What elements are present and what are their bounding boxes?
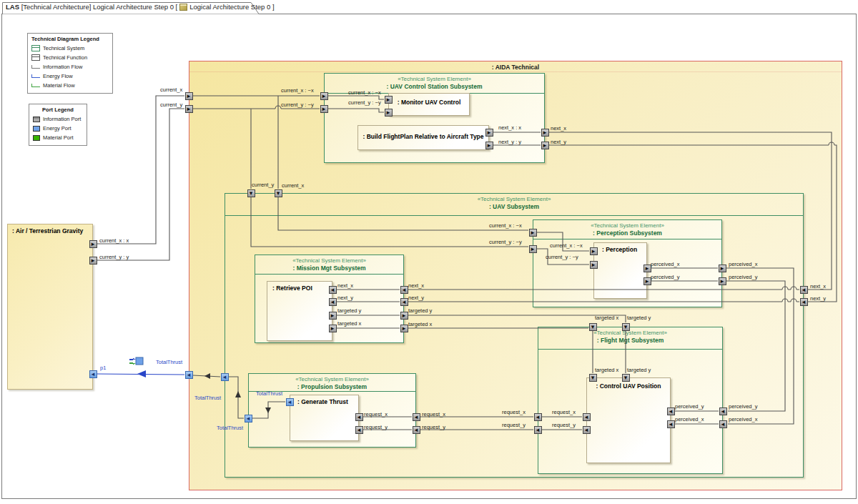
- header-separator: [189, 71, 842, 72]
- information-port-retrievepoi-targeted-y[interactable]: ▸: [329, 312, 337, 320]
- legend-title: Port Legend: [33, 107, 83, 113]
- information-port-propulsion-request-x[interactable]: ◂: [413, 413, 420, 421]
- information-port-aida-current-y[interactable]: ▸: [185, 105, 193, 113]
- information-port-perception-current-y[interactable]: ▸: [590, 261, 598, 269]
- header-separator: [225, 215, 803, 216]
- information-port-uav-current-x[interactable]: ▾: [275, 189, 282, 197]
- legend-item-label: Information Flow: [43, 64, 82, 70]
- container-perception[interactable]: : Perception: [593, 242, 647, 299]
- information-port-generatethrust-request-x[interactable]: ◂: [355, 413, 363, 421]
- information-port-mission-targeted-x[interactable]: ▸: [400, 325, 408, 332]
- legend-item-label: Technical Function: [43, 54, 87, 61]
- information-port-flight-targeted-y[interactable]: ▾: [622, 323, 630, 331]
- container-control-uav-position[interactable]: : Control UAV Position: [586, 377, 671, 463]
- legend-item-label: Material Flow: [43, 82, 75, 89]
- information-port-mission-next-y[interactable]: ◂: [400, 298, 408, 306]
- information-port-uav-next-x[interactable]: ◂: [800, 286, 808, 294]
- information-port-uav-current-y[interactable]: ▾: [247, 189, 255, 197]
- element-name: : Perception: [602, 246, 646, 253]
- information-port-flight-request-y[interactable]: ◂: [534, 426, 542, 434]
- container-generate-thrust[interactable]: : Generate Thrust: [290, 395, 359, 441]
- information-port-uav-next-y[interactable]: ◂: [800, 298, 808, 306]
- legend-item: Material Port: [33, 133, 83, 142]
- information-port-uavcs-current-x[interactable]: ▸: [320, 92, 328, 100]
- information-port-buildfp-next-x[interactable]: ▸: [485, 129, 493, 137]
- information-port-uavcs-next-y[interactable]: ▸: [541, 142, 549, 149]
- legend-item-label: Information Port: [43, 116, 81, 122]
- editor-tab[interactable]: LAS [Technical Architecture] Logical Arc…: [6, 3, 275, 11]
- information-port-perceptionsub-perceived-x[interactable]: ▸: [719, 265, 726, 272]
- legend-item-label: Material Port: [43, 134, 74, 141]
- header-separator: [533, 239, 721, 239]
- information-port-perceptionsub-current-y[interactable]: ▸: [529, 245, 537, 253]
- information-port-perception-current-x[interactable]: ▸: [590, 247, 598, 255]
- element-name: : Monitor UAV Control: [389, 99, 469, 106]
- information-port-flight-perceived-x[interactable]: ◂: [719, 420, 727, 428]
- port-gray-icon: [33, 117, 40, 122]
- information-port-control-request-y[interactable]: ◂: [583, 426, 591, 434]
- system-icon: [31, 45, 40, 51]
- legend-item: Information Port: [33, 114, 83, 124]
- header-separator: [255, 274, 403, 275]
- information-port-retrievepoi-targeted-x[interactable]: ▸: [329, 325, 337, 332]
- energy-port-gravity-p1[interactable]: ◂: [89, 370, 97, 378]
- tab-title-suffix: Logical Architecture Step 0 ]: [189, 3, 274, 11]
- information-port-gravity-current-x[interactable]: ▸: [89, 240, 97, 248]
- tab-title-prefix: LAS: [6, 3, 19, 11]
- legend-item-label: Energy Flow: [43, 73, 73, 79]
- tab-title-text: [Technical Architecture] Logical Archite…: [19, 3, 177, 11]
- information-port-perception-perceived-x[interactable]: ▸: [644, 265, 651, 272]
- information-port-flight-request-x[interactable]: ◂: [534, 413, 542, 421]
- information-port-uavcs-current-y[interactable]: ▸: [320, 105, 328, 113]
- energy-port-generatethrust-totalthrust[interactable]: ◂: [286, 398, 294, 406]
- information-port-flight-perceived-y[interactable]: ◂: [719, 407, 727, 415]
- information-port-perception-perceived-y[interactable]: ▸: [644, 277, 651, 285]
- element-name: : Propulsion Subsystem: [249, 383, 415, 390]
- header-separator: [249, 391, 415, 392]
- energy-port-uav-totalthrust[interactable]: ◂: [221, 373, 229, 381]
- information-port-mission-next-x[interactable]: ◂: [400, 286, 408, 294]
- information-port-control-targeted-y[interactable]: ▾: [622, 374, 630, 382]
- stereotype-label: «Technical System Element»: [325, 76, 544, 83]
- information-port-buildfp-next-y[interactable]: ▸: [485, 142, 493, 149]
- stereotype-label: «Technical System Element»: [249, 376, 415, 383]
- information-port-control-perceived-x[interactable]: ◂: [667, 420, 675, 428]
- stereotype-label: «Technical System Element»: [538, 330, 722, 337]
- information-port-generatethrust-request-y[interactable]: ◂: [355, 426, 363, 434]
- container-build-flightplan-relative-to-aircraft-type[interactable]: : Build FlightPlan Relative to Aircraft …: [358, 125, 489, 150]
- element-name: : Mission Mgt Subsystem: [255, 265, 403, 272]
- container-retrieve-poi[interactable]: : Retrieve POI: [267, 281, 332, 341]
- energy-port-aida-totalthrust[interactable]: ◂: [185, 371, 193, 379]
- information-port-aida-current-x[interactable]: ▸: [185, 92, 193, 100]
- information-port-retrievepoi-next-x[interactable]: ◂: [329, 286, 337, 294]
- information-port-uavcs-next-x[interactable]: ▸: [541, 129, 549, 137]
- legend-item: Information Flow: [31, 62, 109, 71]
- information-port-perceptionsub-perceived-y[interactable]: ▸: [719, 277, 726, 285]
- legend-item: Energy Port: [33, 124, 83, 133]
- legend-item: Energy Flow: [31, 71, 109, 81]
- element-name: : UAV Control Station Subsystem: [325, 83, 544, 90]
- information-port-propulsion-request-y[interactable]: ◂: [413, 426, 420, 434]
- legend-item: Material Flow: [31, 81, 109, 90]
- information-port-control-request-x[interactable]: ◂: [583, 413, 591, 421]
- function-icon: [31, 54, 40, 61]
- information-port-retrievepoi-next-y[interactable]: ◂: [329, 298, 337, 306]
- energy-port-propulsion-totalthrust[interactable]: ◂: [245, 415, 252, 423]
- technical-diagram-legend: Technical Diagram Legend Technical Syste…: [27, 33, 113, 94]
- element-name: : Flight Mgt Subsystem: [538, 337, 722, 344]
- information-port-mission-targeted-y[interactable]: ▸: [400, 312, 408, 320]
- element-name: : AIDA Technical: [189, 64, 842, 71]
- information-port-control-targeted-x[interactable]: ▾: [589, 374, 597, 382]
- information-port-control-perceived-y[interactable]: ◂: [667, 407, 675, 415]
- information-port-monitor-current-y[interactable]: ▸: [385, 109, 393, 117]
- container-monitor-uav-control[interactable]: : Monitor UAV Control: [388, 93, 470, 116]
- information-port-perceptionsub-current-x[interactable]: ▸: [529, 229, 537, 237]
- information-port-monitor-current-x[interactable]: ▸: [385, 96, 393, 104]
- legend-item: Technical System: [31, 44, 109, 53]
- element-name: : Generate Thrust: [297, 398, 358, 405]
- diagram-icon: [179, 4, 187, 11]
- container-air-terrestrian-gravity[interactable]: : Air / Terrestrian Gravity: [7, 224, 93, 390]
- information-port-gravity-current-y[interactable]: ▸: [89, 257, 97, 265]
- port-legend: Port Legend Information PortEnergy PortM…: [29, 104, 87, 146]
- information-port-flight-targeted-x[interactable]: ▾: [589, 323, 597, 331]
